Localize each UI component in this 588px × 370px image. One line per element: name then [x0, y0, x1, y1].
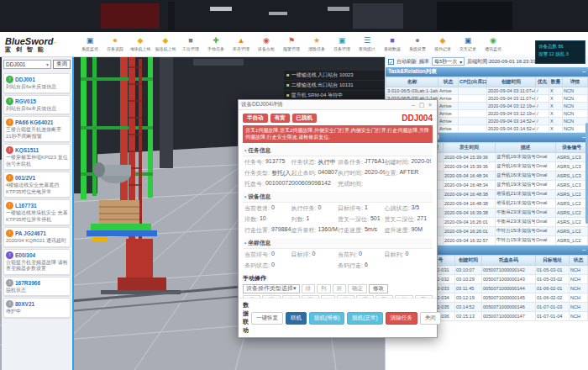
field-label: 完成时间: [338, 180, 363, 188]
toolbar-button[interactable]: ■ 基础数据 [380, 37, 405, 51]
dialog-titlebar[interactable]: 设备DDJ004详情 – ▢ × [239, 100, 437, 110]
toolbar-button[interactable]: ◆ 操作记录 [430, 37, 455, 51]
toolbar-button[interactable]: ★ 清除任务 [304, 37, 329, 51]
collapse-icon[interactable]: − [582, 247, 585, 253]
auto-refresh-checkbox[interactable]: ✓ [388, 59, 394, 65]
alarm-card[interactable]: ! E00/304 合箱提升机变频器故障 请检查变频器参数设置 [3, 249, 71, 275]
toolbar-button[interactable]: ▣ 系统监控 [77, 37, 102, 51]
station-label: ■二楼输送线 出口站台 10131 [284, 81, 385, 90]
status-widget[interactable]: 设备总数 86 报警 12 脱机 3 [535, 40, 585, 64]
field: 货叉一深位: 501 [338, 214, 385, 225]
footer-action-button[interactable]: 联机 [286, 312, 307, 325]
toolbar-button[interactable]: ⚑ 报警管理 [279, 37, 304, 51]
toolbar-button[interactable]: ▣ 交互记录 [455, 37, 480, 51]
brand-name-cn: 蓝 剑 智 能 [5, 46, 77, 52]
alarm-shield-icon: ! [6, 119, 13, 126]
manual-param-button[interactable]: 列 [317, 284, 331, 293]
field: 当前巷道: 0 [244, 204, 291, 214]
minimize-icon[interactable]: – [409, 102, 417, 108]
field-label: 设备任务: [338, 158, 363, 166]
field-label: 排数: [244, 215, 258, 224]
alarm-device-code: KQS1511 [15, 147, 39, 153]
alarm-desc: 合箱提升机变频器故障 请检查变频器参数设置 [6, 260, 68, 272]
chevron-down-icon: ▾ [293, 285, 297, 292]
field: 执行时间: 2020-09-04 07:43:17 [338, 168, 385, 179]
field: 提升速度: 90M [385, 225, 432, 236]
alarm-shield-icon: ! [6, 230, 13, 237]
search-button[interactable]: 查询 [53, 60, 71, 69]
toolbar-button[interactable]: ◉ 通讯监控 [480, 37, 506, 51]
manual-param-button[interactable]: 排 [302, 284, 316, 293]
collapse-icon[interactable]: − [582, 69, 585, 75]
field-label: 目标排: [291, 251, 311, 259]
table-row[interactable]: 3-010-06/5-03Lab:1-1abaF03Arrive 2020-09… [386, 87, 588, 95]
alarm-banner: 货叉1伺服故障,货叉2伺服故障,外侧安全门打开,内侧安全门打开,行走伺服故障,升… [243, 125, 433, 143]
field-label: 货叉一深位: [338, 215, 369, 224]
alarm-device-code: E00/304 [15, 252, 35, 258]
field-label: 行走速度: [338, 226, 363, 235]
modify-button[interactable]: 修改 [369, 284, 388, 293]
operation-type-select[interactable]: 设备操作类型选择▾ [243, 284, 300, 293]
field-label: 创建时间: [385, 158, 410, 166]
alarm-device-code: PA66 KG64021 [15, 119, 53, 125]
field: 起止条码: 0408076011-0403066011 [291, 168, 339, 179]
field: 任务号: 913775 [244, 157, 291, 168]
close-icon[interactable]: × [426, 102, 434, 108]
section-bullet-icon: ▪ [244, 194, 246, 199]
alarm-card[interactable]: ! RGV015 到站台后6s未反馈信息 [3, 95, 71, 115]
alarm-card[interactable]: ! KQS1511 一楼穿梭车伸缩KP023 复位信号未联机 [3, 144, 71, 170]
field: 心跳状态: 3/5 [385, 204, 432, 214]
alarm-card[interactable]: ! PA JG24671 2020/04 KQR021 通讯超时 [3, 227, 71, 247]
field-value: 271 [417, 215, 427, 224]
toolbar-button[interactable]: ☰ 查询统计 [354, 37, 380, 51]
field: 位置: AFTER [385, 168, 432, 179]
toolbar-icon: ■ [178, 37, 203, 46]
footer-action-button[interactable]: 一键恢复 [251, 312, 283, 325]
toolbar-button[interactable]: ◆ 输送机上线 [153, 37, 178, 51]
toolbar-icon: ▲ [228, 37, 254, 46]
toolbar-button[interactable]: ■ 工位管理 [178, 37, 203, 51]
freq-select[interactable]: 每5秒一次▾ [432, 57, 465, 66]
toolbar-button[interactable]: ▲ 库存管理 [228, 37, 254, 51]
alarm-card[interactable]: ! L167731 一楼输送线堆垛机安全 光幕KTP35对位异常停机 [3, 199, 71, 225]
alarm-shield-icon: ! [6, 146, 13, 154]
table1-titlebar[interactable]: Task&Relation列表 − [386, 67, 588, 77]
toolbar-button[interactable]: ● 任务追踪 [102, 37, 128, 51]
toolbar-button[interactable]: ▣ 任务管理 [329, 37, 354, 51]
field: 目标排号: 1 [338, 204, 385, 214]
field-label: 货叉二深位: [385, 215, 416, 224]
toolbar-button[interactable]: ● 系统设置 [405, 37, 430, 51]
brand-logo: BlueSword⌐ 蓝 剑 智 能 [0, 37, 77, 52]
footer-action-button[interactable]: 脱机(维修) [309, 312, 344, 325]
footer-action-button[interactable]: 脱机(正常) [347, 312, 382, 325]
field: 托盘号: 00100072000609098142 [244, 179, 338, 190]
field-label: 任务状态: [291, 158, 317, 166]
alarm-card[interactable]: ! 001/2V1 4楼输送线安全光幕遮挡 KTP35对位光电异常 [3, 172, 71, 198]
toolbar-button[interactable]: ◉ 设备点检 [254, 37, 279, 51]
toolbar-button[interactable]: ✚ 手动任务 [203, 37, 228, 51]
footer-action-button[interactable]: 清除任务 [386, 312, 417, 325]
field: 完成时间: [338, 179, 431, 190]
field: 任务状态: 执行中 [291, 157, 339, 168]
alarm-card[interactable]: ! 80XV21 维护中 [3, 298, 71, 318]
alarm-card[interactable]: ! DDJ001 到站台后6s未反馈信息 [3, 73, 71, 93]
manual-param-button[interactable]: 层 [333, 284, 347, 293]
toolbar-items: ▣ 系统监控 ● 任务追踪 ◆ 堆垛机上线 ◆ 输送机上线 ■ 工位管理 ✚ 手… [77, 37, 588, 51]
backend-time: 后端时间:2020-09-01 16:23:33 [467, 58, 535, 66]
alarm-card[interactable]: ! 167R3966 脱机状态 [3, 277, 71, 297]
maximize-icon[interactable]: ▢ [417, 102, 426, 108]
toolbar-button[interactable]: ◆ 堆垛机上线 [128, 37, 153, 51]
manual-section-label: 手动操作 [243, 274, 433, 283]
field: 行走位置: 979884 [244, 225, 291, 236]
dialog-section: ▪任务信息 任务号: 913775 任务状态: 执行中 设备任务: JT76A1… [243, 145, 433, 190]
alarm-card[interactable]: ! PA66 KG64021 三楼合箱提升机连接断开 21秒不间断报警 [3, 116, 71, 142]
alarm-shield-icon: ! [6, 279, 13, 287]
manual-param-button[interactable]: 确定 [348, 284, 367, 293]
footer-action-button[interactable]: 关闭 [420, 312, 441, 325]
device-filter-select[interactable]: DDJ001▾ [3, 60, 51, 69]
toolbar-icon: ◆ [153, 37, 178, 46]
status-widget-line2: 报警 12 脱机 3 [538, 50, 582, 58]
field-value: 整托(入库) [271, 169, 291, 177]
dialog-section: ▪设备信息 当前巷道: 0 执行任务: 0 目标排号: 1 [243, 192, 433, 236]
field-value: JT76A1022 D7U004 [365, 158, 385, 166]
